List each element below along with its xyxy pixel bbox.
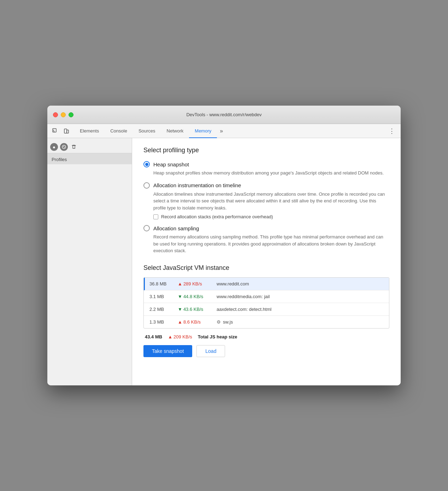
load-button[interactable]: Load xyxy=(196,345,225,357)
vm-speed-3: ▲ 8.6 KB/s xyxy=(178,319,217,325)
vm-name-3: ⚙sw.js xyxy=(217,319,383,325)
maximize-button[interactable] xyxy=(69,112,73,117)
tab-network[interactable]: Network xyxy=(161,124,189,138)
more-tabs-button[interactable]: » xyxy=(217,128,226,134)
devtools-window: DevTools - www.reddit.com/r/webdev Eleme… xyxy=(47,106,401,385)
up-arrow-icon-0: ▲ xyxy=(178,281,182,286)
vm-speed-value-2: 43.6 KB/s xyxy=(183,307,203,312)
heap-snapshot-label: Heap snapshot xyxy=(153,161,189,167)
main-layout: ● Profiles Select profiling type xyxy=(47,138,401,385)
vm-speed-value-3: 8.6 KB/s xyxy=(183,319,201,325)
radio-allocation-timeline[interactable] xyxy=(143,182,150,189)
option-allocation-header: Allocation instrumentation on timeline xyxy=(143,182,389,189)
allocation-sampling-label: Allocation sampling xyxy=(153,225,199,231)
heap-snapshot-desc: Heap snapshot profiles show memory distr… xyxy=(143,170,389,177)
vm-name-0: www.reddit.com xyxy=(217,281,383,286)
down-arrow-icon-1: ▼ xyxy=(178,294,182,299)
option-sampling-header: Allocation sampling xyxy=(143,225,389,231)
svg-rect-0 xyxy=(53,129,56,132)
svg-rect-4 xyxy=(67,130,69,133)
up-arrow-icon-3: ▲ xyxy=(178,319,182,325)
allocation-sampling-desc: Record memory allocations using sampling… xyxy=(143,233,389,254)
window-title: DevTools - www.reddit.com/r/webdev xyxy=(186,112,261,117)
titlebar: DevTools - www.reddit.com/r/webdev xyxy=(47,106,401,124)
vm-speed-value-0: 289 KB/s xyxy=(183,281,202,286)
profiles-section-title: Profiles xyxy=(47,153,132,164)
toolbar-right: ⋮ xyxy=(386,126,398,136)
profiling-section-title: Select profiling type xyxy=(143,147,389,154)
footer-stats: 43.4 MB ▲ 209 KB/s Total JS heap size xyxy=(143,334,389,339)
vm-speed-0: ▲ 289 KB/s xyxy=(178,281,217,286)
radio-heap-snapshot[interactable] xyxy=(143,161,150,167)
total-speed-value: 209 KB/s xyxy=(173,334,192,339)
footer-actions: Take snapshot Load xyxy=(143,345,389,357)
traffic-lights xyxy=(53,112,73,117)
tab-memory[interactable]: Memory xyxy=(189,124,217,138)
inspect-element-button[interactable] xyxy=(50,126,60,136)
option-heap-snapshot: Heap snapshot Heap snapshot profiles sho… xyxy=(143,161,389,177)
vm-size-1: 3.1 MB xyxy=(149,294,178,299)
radio-allocation-sampling[interactable] xyxy=(143,225,150,231)
vm-row-aaxdetect[interactable]: 2.2 MB ▼ 43.6 KB/s aaxdetect.com: detect… xyxy=(144,303,389,316)
vm-section-title: Select JavaScript VM instance xyxy=(143,264,389,272)
close-button[interactable] xyxy=(53,112,58,117)
take-snapshot-button[interactable]: Take snapshot xyxy=(143,345,192,357)
svg-rect-3 xyxy=(64,129,67,133)
down-arrow-icon-2: ▼ xyxy=(178,307,182,312)
delete-button[interactable] xyxy=(70,143,78,151)
profiling-options: Heap snapshot Heap snapshot profiles sho… xyxy=(143,161,389,254)
vm-speed-2: ▼ 43.6 KB/s xyxy=(178,307,217,312)
vm-speed-value-1: 44.8 KB/s xyxy=(183,294,203,299)
record-button[interactable]: ● xyxy=(50,143,58,151)
total-heap-label: Total JS heap size xyxy=(198,334,237,339)
allocation-stacks-checkbox-row: Record allocation stacks (extra performa… xyxy=(143,214,389,219)
vm-instance-table: 36.8 MB ▲ 289 KB/s www.reddit.com 3.1 MB… xyxy=(143,277,389,329)
tab-sources[interactable]: Sources xyxy=(133,124,161,138)
sidebar-toolbar: ● xyxy=(47,141,132,153)
option-allocation-sampling: Allocation sampling Record memory alloca… xyxy=(143,225,389,254)
nav-tabs: Elements Console Sources Network Memory … xyxy=(74,124,386,138)
devtools-menu-button[interactable]: ⋮ xyxy=(386,126,398,136)
tab-console[interactable]: Console xyxy=(105,124,133,138)
vm-row-reddit[interactable]: 36.8 MB ▲ 289 KB/s www.reddit.com xyxy=(144,278,389,290)
vm-row-swjs[interactable]: 1.3 MB ▲ 8.6 KB/s ⚙sw.js xyxy=(144,316,389,328)
vm-name-2: aaxdetect.com: detect.html xyxy=(217,307,383,312)
vm-row-redditmedia[interactable]: 3.1 MB ▼ 44.8 KB/s www.redditmedia.com: … xyxy=(144,290,389,303)
minimize-button[interactable] xyxy=(61,112,66,117)
tab-elements[interactable]: Elements xyxy=(74,124,105,138)
gear-icon: ⚙ xyxy=(217,319,221,325)
allocation-timeline-desc: Allocation timelines show instrumented J… xyxy=(143,191,389,212)
content-panel: Select profiling type Heap snapshot Heap… xyxy=(132,138,401,385)
vm-speed-1: ▼ 44.8 KB/s xyxy=(178,294,217,299)
stop-button[interactable] xyxy=(60,143,68,151)
vm-size-3: 1.3 MB xyxy=(149,319,178,325)
total-heap-speed: ▲ 209 KB/s xyxy=(168,334,192,339)
total-heap-size: 43.4 MB xyxy=(145,334,162,339)
allocation-stacks-label: Record allocation stacks (extra performa… xyxy=(161,214,273,219)
vm-name-1: www.redditmedia.com: jail xyxy=(217,294,383,299)
device-toggle-button[interactable] xyxy=(61,126,71,136)
vm-size-2: 2.2 MB xyxy=(149,307,178,312)
allocation-timeline-label: Allocation instrumentation on timeline xyxy=(153,182,241,188)
toolbar-left xyxy=(50,126,71,136)
option-allocation-timeline: Allocation instrumentation on timeline A… xyxy=(143,182,389,220)
svg-line-6 xyxy=(63,146,65,148)
devtools-toolbar: Elements Console Sources Network Memory … xyxy=(47,124,401,138)
sidebar: ● Profiles xyxy=(47,138,132,385)
option-heap-header: Heap snapshot xyxy=(143,161,389,167)
vm-size-0: 36.8 MB xyxy=(149,281,178,286)
allocation-stacks-checkbox[interactable] xyxy=(153,214,158,219)
total-up-arrow-icon: ▲ xyxy=(168,334,172,339)
